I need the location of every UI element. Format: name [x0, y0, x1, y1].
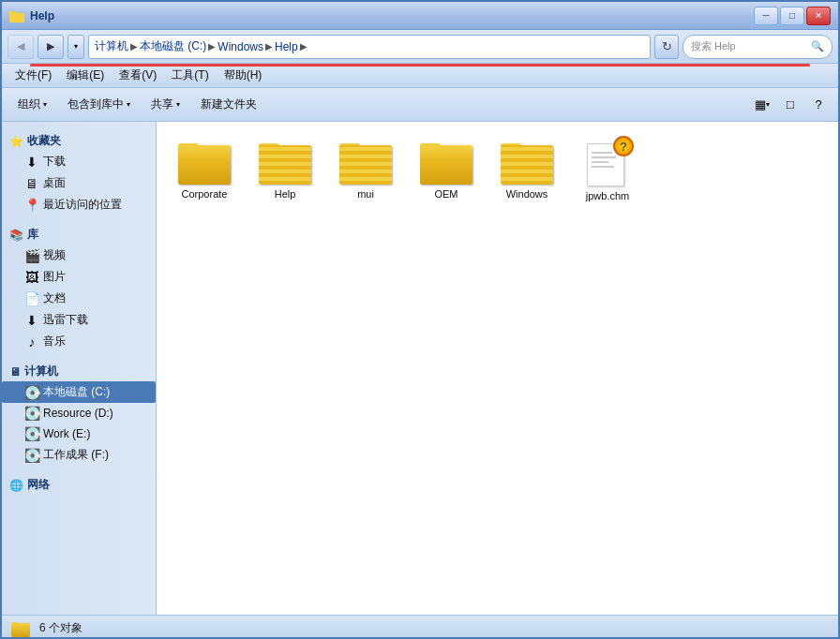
menu-underline-decoration	[30, 64, 810, 67]
download-icon: ⬇	[24, 155, 39, 170]
sidebar-item-thunder[interactable]: ⬇ 迅雷下载	[2, 309, 156, 331]
title-bar: Help ─ □ ✕	[2, 2, 838, 30]
close-button[interactable]: ✕	[806, 7, 831, 25]
documents-icon: 📄	[24, 291, 39, 306]
preview-pane-button[interactable]: □	[778, 93, 802, 117]
folder-windows-icon	[501, 138, 553, 185]
file-jpwb-label: jpwb.chm	[586, 190, 629, 201]
file-mui-label: mui	[357, 188, 374, 200]
menu-bar: 文件(F) 编辑(E) 查看(V) 工具(T) 帮助(H)	[2, 64, 838, 88]
file-oem[interactable]: OEM	[410, 133, 483, 206]
view-icon: ▦	[755, 97, 766, 111]
status-folder-icon	[11, 620, 30, 637]
file-help[interactable]: Help	[248, 133, 322, 206]
menu-view[interactable]: 查看(V)	[112, 65, 164, 86]
organize-button[interactable]: 组织 ▾	[9, 92, 55, 118]
preview-icon: □	[787, 97, 794, 111]
sidebar-network-header[interactable]: 🌐 网络	[2, 473, 156, 495]
drive-f-icon: 💽	[24, 448, 39, 463]
folder-corporate-icon	[178, 138, 231, 185]
sidebar-favorites-header[interactable]: ⭐ 收藏夹	[2, 129, 156, 151]
file-jpwb-chm[interactable]: ? jpwb.chm	[571, 133, 644, 206]
sidebar-library-header[interactable]: 📚 库	[2, 223, 156, 245]
folder-mui-icon	[339, 138, 392, 185]
sidebar-computer-header[interactable]: 🖥 计算机	[2, 360, 156, 381]
sidebar-item-music[interactable]: ♪ 音乐	[2, 331, 156, 352]
address-path: 计算机 ▶ 本地磁盘 (C:) ▶ Windows ▶ Help ▶	[88, 35, 651, 59]
address-bar: ◀ ▶ ▾ 计算机 ▶ 本地磁盘 (C:) ▶ Windows ▶ Help ▶…	[2, 30, 838, 64]
path-help[interactable]: Help	[275, 40, 298, 53]
recent-icon: 📍	[24, 198, 39, 213]
sidebar-item-local-c[interactable]: 💽 本地磁盘 (C:)	[2, 381, 156, 403]
sidebar-item-recent[interactable]: 📍 最近访问的位置	[2, 194, 156, 215]
file-corporate[interactable]: Corporate	[168, 133, 241, 206]
computer-icon: 🖥	[9, 365, 21, 379]
file-help-label: Help	[275, 188, 296, 200]
help-icon: ?	[815, 97, 821, 111]
sidebar-item-pictures[interactable]: 🖼 图片	[2, 266, 156, 288]
thunder-icon: ⬇	[24, 313, 39, 328]
new-folder-button[interactable]: 新建文件夹	[192, 92, 265, 118]
path-computer[interactable]: 计算机	[95, 38, 128, 54]
music-icon: ♪	[24, 334, 39, 349]
maximize-button[interactable]: □	[780, 7, 804, 25]
toolbar: 组织 ▾ 包含到库中 ▾ 共享 ▾ 新建文件夹 ▦ ▾ □ ?	[2, 88, 838, 122]
status-bar: 6 个对象	[2, 615, 838, 639]
view-options-button[interactable]: ▦ ▾	[750, 93, 774, 117]
desktop-icon: 🖥	[24, 176, 39, 191]
drive-e-icon: 💽	[24, 426, 39, 441]
window-controls: ─ □ ✕	[754, 7, 831, 25]
forward-button[interactable]: ▶	[38, 35, 64, 59]
drive-c-icon: 💽	[24, 385, 39, 400]
file-windows-label: Windows	[506, 188, 548, 200]
file-corporate-label: Corporate	[182, 188, 228, 200]
path-drive-c[interactable]: 本地磁盘 (C:)	[140, 38, 206, 54]
main-layout: ⭐ 收藏夹 ⬇ 下载 🖥 桌面 📍 最近访问的位置 📚 库 🎬 视频 🖼 图片	[2, 122, 838, 615]
share-button[interactable]: 共享 ▾	[142, 92, 188, 118]
menu-help[interactable]: 帮助(H)	[217, 65, 270, 86]
help-button[interactable]: ?	[806, 93, 831, 117]
svg-rect-1	[9, 11, 16, 15]
minimize-button[interactable]: ─	[754, 7, 778, 25]
folder-oem-icon	[420, 138, 472, 185]
history-dropdown-button[interactable]: ▾	[68, 35, 84, 59]
path-windows[interactable]: Windows	[218, 40, 263, 53]
sidebar-item-drive-f[interactable]: 💽 工作成果 (F:)	[2, 444, 156, 466]
sidebar-item-drive-e[interactable]: 💽 Work (E:)	[2, 424, 156, 444]
menu-edit[interactable]: 编辑(E)	[59, 65, 112, 86]
file-oem-label: OEM	[434, 188, 458, 200]
sidebar-item-documents[interactable]: 📄 文档	[2, 288, 156, 309]
file-windows[interactable]: Windows	[490, 133, 563, 206]
star-icon: ⭐	[9, 135, 23, 148]
pictures-icon: 🖼	[24, 270, 39, 285]
file-area: Corporate Help mui OEM	[157, 122, 838, 615]
menu-tools[interactable]: 工具(T)	[164, 65, 216, 86]
add-to-library-button[interactable]: 包含到库中 ▾	[59, 92, 139, 118]
sidebar-item-downloads[interactable]: ⬇ 下载	[2, 151, 156, 172]
search-box[interactable]: 搜索 Help 🔍	[682, 35, 832, 59]
video-icon: 🎬	[24, 248, 39, 263]
file-mui[interactable]: mui	[329, 133, 402, 206]
status-count: 6 个对象	[39, 620, 82, 636]
refresh-button[interactable]: ↻	[654, 35, 679, 59]
search-icon: 🔍	[811, 40, 824, 52]
chm-file-icon: ?	[583, 138, 632, 186]
back-button[interactable]: ◀	[8, 35, 34, 59]
drive-d-icon: 💽	[24, 406, 39, 421]
sidebar-item-drive-d[interactable]: 💽 Resource (D:)	[2, 403, 156, 424]
network-icon: 🌐	[9, 479, 23, 492]
sidebar-item-desktop[interactable]: 🖥 桌面	[2, 172, 156, 194]
library-icon: 📚	[9, 229, 23, 242]
window-title: Help	[30, 9, 54, 22]
folder-help-icon	[259, 138, 311, 185]
menu-file[interactable]: 文件(F)	[8, 65, 59, 86]
folder-title-icon	[9, 8, 24, 23]
sidebar-item-video[interactable]: 🎬 视频	[2, 245, 156, 266]
sidebar: ⭐ 收藏夹 ⬇ 下载 🖥 桌面 📍 最近访问的位置 📚 库 🎬 视频 🖼 图片	[2, 122, 157, 615]
search-placeholder: 搜索 Help	[691, 39, 736, 53]
